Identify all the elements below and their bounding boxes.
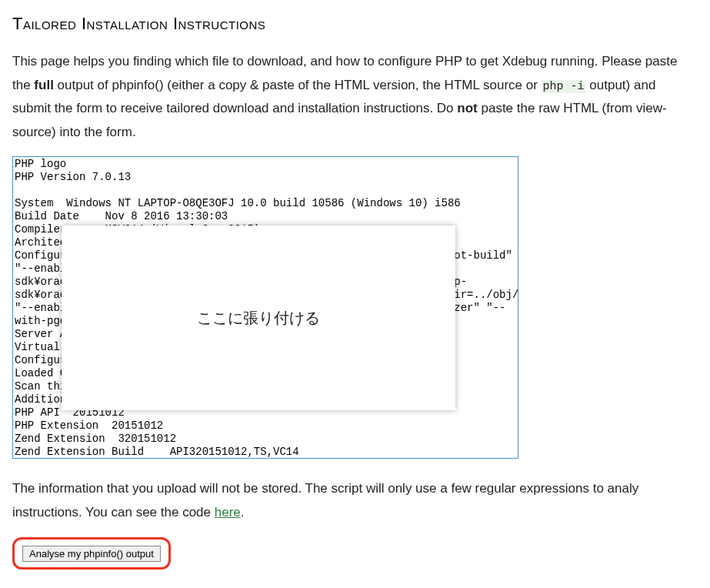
page-title: Tailored Installation Instructions [12, 11, 698, 36]
intro-full: full [34, 78, 54, 92]
info-paragraph: The information that you upload will not… [12, 477, 698, 524]
analyse-button[interactable]: Analyse my phpinfo() output [22, 546, 161, 562]
intro-paragraph: This page helps you finding which file t… [12, 50, 698, 144]
phpinfo-textarea[interactable] [12, 156, 518, 459]
textarea-container: ここに張り付ける [12, 156, 520, 460]
info-text-2: . [241, 505, 245, 520]
info-text-1: The information that you upload will not… [12, 481, 638, 520]
intro-text-2: output of phpinfo() (either a copy & pas… [54, 78, 542, 92]
intro-code: php -i [542, 80, 586, 93]
intro-not: not [457, 101, 477, 115]
code-link[interactable]: here [215, 505, 241, 520]
action-highlight-box: Analyse my phpinfo() output [12, 537, 171, 570]
